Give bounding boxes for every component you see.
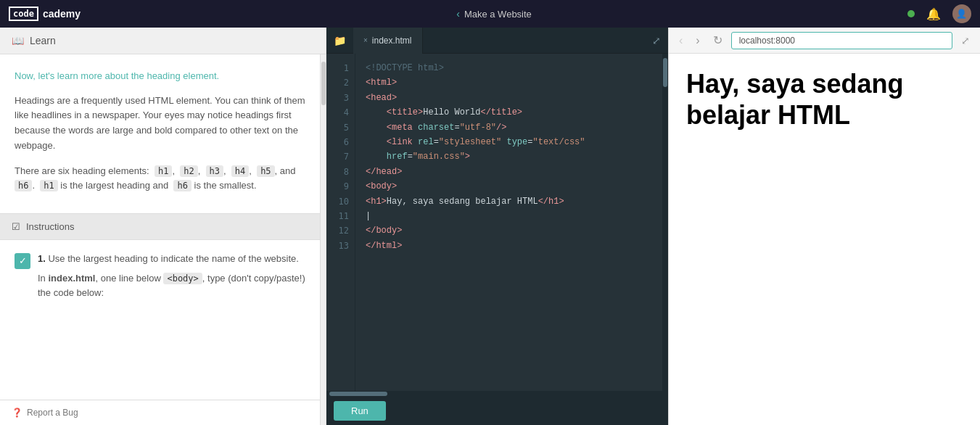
left-scrollbar-thumb[interactable]: [321, 62, 326, 105]
learn-header: 📖 Learn: [0, 28, 326, 54]
code-h2: h2: [180, 165, 197, 177]
editor-tabs: 📁 × index.html ⤢: [326, 28, 668, 54]
lesson-p1: Headings are a frequently used HTML elem…: [15, 94, 305, 154]
preview-h1: Hay, saya sedang belajar HTML: [686, 68, 963, 131]
line-num-13: 13: [335, 239, 349, 253]
editor-tab-index-html[interactable]: × index.html: [353, 28, 423, 54]
line-num-1: 1: [335, 61, 349, 75]
browser-forward-button[interactable]: ›: [691, 33, 704, 49]
logo-code: code: [9, 7, 38, 21]
editor-panel: 📁 × index.html ⤢ 1 2 3 4 5 6 7 8 9 10 11…: [326, 28, 668, 425]
instruction-1-body: 1. Use the largest heading to indicate t…: [38, 252, 305, 300]
lesson-intro: Now, let's learn more about the heading …: [15, 69, 305, 83]
preview-toolbar: ‹ › ↻ ⤢: [669, 28, 980, 54]
line-num-7: 7: [335, 149, 349, 164]
editor-body: 1 2 3 4 5 6 7 8 9 10 11 12 13 <!DOCTYPE …: [326, 54, 668, 391]
left-scrollbar[interactable]: [320, 54, 326, 425]
code-h1: h1: [155, 165, 172, 177]
instruction-1-sub: In index.html, one line below <body>, ty…: [38, 271, 305, 300]
report-bug-bar[interactable]: ❓ Report a Bug: [0, 400, 320, 425]
line-num-2: 2: [335, 75, 349, 90]
avatar[interactable]: 👤: [952, 4, 971, 23]
question-icon: ❓: [12, 408, 22, 418]
tab-close-icon[interactable]: ×: [363, 36, 368, 44]
line-num-6: 6: [335, 135, 349, 149]
avatar-icon: 👤: [956, 9, 967, 19]
code-editor[interactable]: <!DOCTYPE html> <html> <head> <title>Hel…: [355, 54, 662, 391]
instructions-check-icon: ☑: [12, 221, 20, 232]
folder-icon: 📁: [326, 35, 353, 46]
main-layout: 📖 Learn Now, let's learn more about the …: [0, 28, 980, 425]
editor-vscroll-thumb[interactable]: [663, 58, 667, 87]
code-h1-2: h1: [40, 180, 57, 191]
run-bar: Run: [326, 397, 668, 425]
preview-content: Hay, saya sedang belajar HTML: [669, 54, 980, 425]
line-num-9: 9: [335, 179, 349, 194]
code-h4: h4: [231, 165, 249, 177]
preview-expand-icon[interactable]: ⤢: [957, 33, 974, 48]
line-num-3: 3: [335, 91, 349, 105]
learn-label: Learn: [30, 35, 56, 46]
code-h3: h3: [206, 165, 223, 177]
line-num-12: 12: [335, 223, 349, 238]
browser-back-button[interactable]: ‹: [675, 33, 687, 49]
nav-page-title: Make a Website: [464, 9, 532, 20]
editor-hscroll-thumb[interactable]: [329, 392, 387, 396]
left-panel: 📖 Learn Now, let's learn more about the …: [0, 28, 326, 425]
run-button[interactable]: Run: [334, 401, 386, 421]
nav-icons: 🔔 👤: [907, 4, 971, 23]
instructions-bar: ☑ Instructions: [0, 213, 320, 240]
status-dot: [907, 10, 915, 17]
bell-icon[interactable]: 🔔: [926, 7, 941, 21]
line-num-8: 8: [335, 165, 349, 179]
nav-title: ‹ Make a Website: [456, 8, 532, 20]
nav-chevron: ‹: [456, 8, 460, 20]
logo-suffix: cademy: [43, 8, 81, 20]
lesson-p2: There are six heading elements: h1, h2, …: [15, 164, 305, 194]
report-bug-label[interactable]: Report a Bug: [27, 408, 78, 418]
instruction-1: ✓ 1. Use the largest heading to indicate…: [15, 252, 305, 300]
learn-icon: 📖: [12, 35, 24, 46]
learn-content: Now, let's learn more about the heading …: [0, 54, 320, 213]
check-mark-icon: ✓: [19, 255, 27, 266]
instructions-content: ✓ 1. Use the largest heading to indicate…: [0, 240, 320, 400]
line-num-4: 4: [335, 105, 349, 120]
code-h6-2: h6: [173, 180, 191, 191]
editor-vscroll[interactable]: [662, 54, 668, 391]
line-num-11: 11: [335, 209, 349, 223]
index-html-bold: index.html: [48, 273, 95, 284]
browser-refresh-button[interactable]: ↻: [709, 32, 727, 49]
instruction-1-text: 1. Use the largest heading to indicate t…: [38, 253, 299, 264]
tab-filename: index.html: [372, 36, 412, 46]
preview-panel: ‹ › ↻ ⤢ Hay, saya sedang belajar HTML: [668, 28, 980, 425]
url-bar[interactable]: [731, 32, 952, 49]
top-nav: code cademy ‹ Make a Website 🔔 👤: [0, 0, 980, 28]
line-num-5: 5: [335, 120, 349, 135]
instruction-1-checkbox: ✓: [15, 253, 30, 269]
editor-hscroll[interactable]: [326, 391, 668, 397]
instructions-label: Instructions: [26, 221, 74, 232]
code-h6: h6: [15, 180, 32, 191]
body-code: <body>: [163, 273, 202, 284]
line-num-10: 10: [335, 194, 349, 209]
code-h5: h5: [257, 165, 274, 177]
logo-area: code cademy: [9, 7, 81, 21]
line-numbers: 1 2 3 4 5 6 7 8 9 10 11 12 13: [326, 54, 355, 391]
expand-editor-icon[interactable]: ⤢: [645, 35, 668, 46]
